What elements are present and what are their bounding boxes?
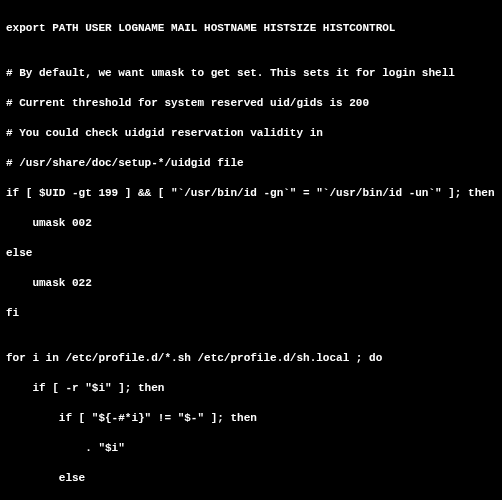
code-line: umask 002 bbox=[6, 216, 498, 231]
code-line: if [ -r "$i" ]; then bbox=[6, 381, 498, 396]
code-line: fi bbox=[6, 306, 498, 321]
code-line: export PATH USER LOGNAME MAIL HOSTNAME H… bbox=[6, 21, 498, 36]
code-line: if [ $UID -gt 199 ] && [ "`/usr/bin/id -… bbox=[6, 186, 498, 201]
code-line: else bbox=[6, 471, 498, 486]
code-line: # You could check uidgid reservation val… bbox=[6, 126, 498, 141]
code-line: else bbox=[6, 246, 498, 261]
code-line: # /usr/share/doc/setup-*/uidgid file bbox=[6, 156, 498, 171]
code-line: umask 022 bbox=[6, 276, 498, 291]
terminal-screen[interactable]: export PATH USER LOGNAME MAIL HOSTNAME H… bbox=[0, 0, 502, 500]
code-line: # By default, we want umask to get set. … bbox=[6, 66, 498, 81]
code-line: # Current threshold for system reserved … bbox=[6, 96, 498, 111]
code-line: for i in /etc/profile.d/*.sh /etc/profil… bbox=[6, 351, 498, 366]
code-line: . "$i" bbox=[6, 441, 498, 456]
code-line: if [ "${-#*i}" != "$-" ]; then bbox=[6, 411, 498, 426]
